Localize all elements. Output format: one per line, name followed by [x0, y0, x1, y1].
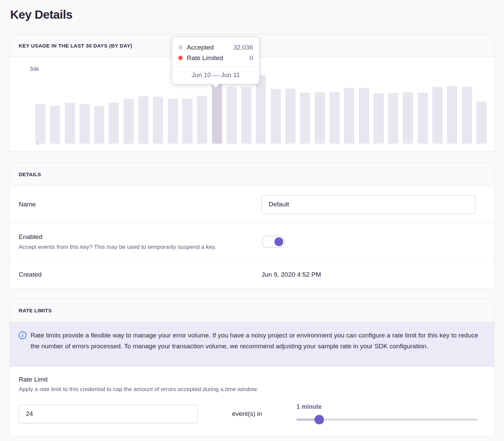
details-panel-title: DETAILS: [10, 163, 494, 186]
enabled-label: Enabled: [19, 233, 262, 241]
rate-limit-help-text: Apply a rate limit to this credential to…: [19, 386, 478, 393]
usage-bar-chart: 34k 0 Accepted 32,036 Rate Limited 0 Jun…: [10, 57, 494, 152]
chart-bar[interactable]: [197, 96, 207, 144]
chart-bar[interactable]: [359, 88, 369, 144]
chart-bar[interactable]: [447, 86, 457, 144]
tooltip-rate-limited-row: Rate Limited 0: [178, 53, 253, 63]
chart-bar[interactable]: [65, 103, 75, 144]
events-in-label: event(s) in: [198, 410, 296, 418]
chart-bar[interactable]: [227, 87, 237, 144]
chart-bar[interactable]: [388, 93, 398, 144]
chart-bar[interactable]: [476, 102, 487, 144]
page-title: Key Details: [10, 7, 494, 21]
rate-limit-label: Rate Limit: [19, 376, 478, 383]
chart-bar[interactable]: [300, 93, 310, 144]
name-label: Name: [19, 201, 262, 208]
chart-bar[interactable]: [374, 93, 384, 144]
rate-limits-panel-title: RATE LIMITS: [10, 299, 494, 322]
chart-bar[interactable]: [271, 89, 281, 144]
chart-bar[interactable]: [418, 93, 428, 144]
chart-bar[interactable]: [256, 75, 266, 144]
chart-bar[interactable]: [50, 106, 60, 144]
chart-bar[interactable]: [329, 92, 340, 144]
chart-bar[interactable]: [182, 98, 193, 144]
chart-bar[interactable]: [241, 87, 251, 144]
tooltip-rate-limited-label: Rate Limited: [187, 54, 249, 62]
chart-bar[interactable]: [462, 87, 472, 144]
details-panel: DETAILS Name Enabled Accept events from …: [10, 162, 494, 289]
enabled-help-text: Accept events from this key? This may be…: [19, 244, 262, 251]
chart-bar[interactable]: [432, 87, 443, 144]
rate-limited-dot-icon: [178, 56, 183, 60]
chart-bar[interactable]: [153, 97, 163, 144]
info-icon: i: [19, 331, 26, 339]
tooltip-accepted-row: Accepted 32,036: [178, 42, 253, 53]
rate-limits-info-alert: i Rate limits provide a flexible way to …: [10, 322, 494, 366]
chart-bar[interactable]: [285, 89, 295, 144]
rate-limit-count-input[interactable]: [19, 405, 198, 423]
accepted-dot-icon: [178, 45, 183, 50]
rate-limits-alert-text: Rate limits provide a flexible way to ma…: [31, 330, 484, 366]
toggle-knob-icon: [274, 237, 283, 246]
chart-bar[interactable]: [168, 98, 178, 144]
enabled-toggle[interactable]: [262, 236, 285, 248]
chart-bar[interactable]: [124, 99, 134, 144]
chart-bar[interactable]: [109, 103, 119, 144]
tooltip-date-range: Jun 10 — Jun 11: [172, 67, 259, 84]
chart-bar[interactable]: [35, 104, 46, 144]
chart-bar[interactable]: [315, 92, 325, 144]
name-input[interactable]: [262, 195, 475, 214]
created-label: Created: [19, 271, 262, 278]
rate-window-label: 1 minute: [296, 403, 478, 410]
rate-window-slider[interactable]: [296, 415, 478, 424]
created-value: Jun 9, 2020 4:52 PM: [262, 271, 494, 278]
chart-tooltip: Accepted 32,036 Rate Limited 0 Jun 10 — …: [172, 37, 259, 84]
created-row: Created Jun 9, 2020 4:52 PM: [10, 260, 494, 289]
chart-bar[interactable]: [403, 92, 413, 144]
key-usage-panel: KEY USAGE IN THE LAST 30 DAYS (BY DAY) 3…: [10, 34, 494, 152]
name-row: Name: [10, 186, 494, 223]
chart-bar[interactable]: [138, 96, 148, 144]
slider-knob-icon[interactable]: [314, 415, 324, 424]
rate-limit-row: Rate Limit Apply a rate limit to this cr…: [10, 366, 494, 424]
chart-bar[interactable]: [79, 104, 90, 144]
tooltip-accepted-label: Accepted: [187, 44, 233, 51]
enabled-row: Enabled Accept events from this key? Thi…: [10, 223, 494, 260]
tooltip-accepted-value: 32,036: [233, 44, 253, 51]
chart-bar[interactable]: [344, 88, 354, 144]
tooltip-rate-limited-value: 0: [249, 54, 253, 62]
chart-bars: [35, 67, 487, 144]
chart-bar[interactable]: [94, 106, 104, 144]
rate-limits-panel: RATE LIMITS i Rate limits provide a flex…: [10, 298, 494, 437]
